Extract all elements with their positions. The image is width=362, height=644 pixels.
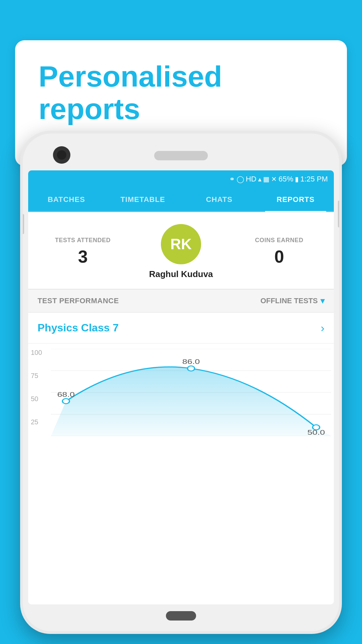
battery-icon: ▮ bbox=[295, 175, 299, 183]
tests-attended-label: TESTS ATTENDED bbox=[38, 237, 127, 244]
vibrate-icon: ◯ bbox=[237, 175, 244, 183]
avatar: RK bbox=[161, 224, 201, 264]
status-bar: ⚭ ◯ HD ▴ ▦ ✕ 65% ▮ bbox=[28, 170, 334, 188]
speaker bbox=[154, 151, 208, 160]
status-icons: ⚭ ◯ HD ▴ ▦ ✕ 65% ▮ bbox=[229, 175, 328, 183]
phone-bezel: ⚭ ◯ HD ▴ ▦ ✕ 65% ▮ bbox=[23, 133, 339, 631]
phone-frame: ⚭ ◯ HD ▴ ▦ ✕ 65% ▮ bbox=[20, 131, 342, 634]
volume-button bbox=[338, 201, 339, 227]
avatar-block: RK Raghul Kuduva bbox=[127, 224, 235, 279]
home-button[interactable] bbox=[166, 611, 196, 621]
data-point-1 bbox=[188, 366, 195, 371]
y-label-50: 50 bbox=[31, 395, 42, 403]
y-label-100: 100 bbox=[31, 349, 42, 357]
signal-icon: ▦ bbox=[263, 175, 269, 183]
y-label-25: 25 bbox=[31, 418, 42, 426]
tab-chats[interactable]: CHATS bbox=[181, 188, 257, 211]
tab-timetable[interactable]: TIMETABLE bbox=[105, 188, 181, 211]
camera-icon bbox=[53, 146, 70, 164]
no-sim-icon: ✕ bbox=[271, 175, 277, 183]
power-button bbox=[23, 214, 24, 234]
tests-attended-value: 3 bbox=[38, 247, 127, 267]
wifi-icon: ▴ bbox=[258, 175, 261, 183]
class-row[interactable]: Physics Class 7 › bbox=[28, 313, 334, 343]
battery-label: 65% bbox=[279, 175, 293, 183]
tab-batches[interactable]: BATCHES bbox=[28, 188, 105, 211]
tab-reports[interactable]: REPORTS bbox=[257, 188, 334, 211]
chart-svg-wrapper: 68.0 86.0 50.0 bbox=[51, 349, 331, 436]
coins-earned-block: COINS EARNED 0 bbox=[235, 237, 324, 267]
coins-earned-label: COINS EARNED bbox=[235, 237, 324, 244]
chart-fill bbox=[51, 367, 331, 436]
chevron-down-icon: ▾ bbox=[320, 296, 324, 306]
bluetooth-icon: ⚭ bbox=[229, 175, 235, 183]
performance-chart: 68.0 86.0 50.0 bbox=[51, 349, 331, 436]
chevron-right-icon: › bbox=[321, 321, 324, 334]
y-label-75: 75 bbox=[31, 372, 42, 380]
tests-attended-block: TESTS ATTENDED 3 bbox=[38, 237, 127, 267]
filter-dropdown[interactable]: OFFLINE TESTS ▾ bbox=[260, 296, 324, 306]
filter-label: OFFLINE TESTS bbox=[260, 297, 318, 305]
data-point-0 bbox=[62, 398, 69, 404]
test-performance-label: TEST PERFORMANCE bbox=[38, 297, 119, 305]
coins-earned-value: 0 bbox=[235, 247, 324, 267]
phone-screen: ⚭ ◯ HD ▴ ▦ ✕ 65% ▮ bbox=[28, 170, 334, 604]
profile-section: TESTS ATTENDED 3 RK Raghul Kuduva COINS … bbox=[28, 212, 334, 289]
test-performance-header: TEST PERFORMANCE OFFLINE TESTS ▾ bbox=[28, 289, 334, 313]
tooltip-title: Personalised reports bbox=[39, 60, 323, 125]
user-name: Raghul Kuduva bbox=[149, 269, 213, 279]
time-label: 1:25 PM bbox=[300, 175, 328, 183]
data-label-0: 68.0 bbox=[57, 391, 75, 398]
hd-label: HD bbox=[246, 175, 256, 183]
nav-tabs: BATCHES TIMETABLE CHATS REPORTS bbox=[28, 188, 334, 212]
class-name: Physics Class 7 bbox=[38, 322, 119, 334]
chart-area: 100 75 50 25 bbox=[28, 343, 334, 437]
data-label-2: 50.0 bbox=[307, 429, 325, 436]
data-label-1: 86.0 bbox=[182, 358, 200, 366]
